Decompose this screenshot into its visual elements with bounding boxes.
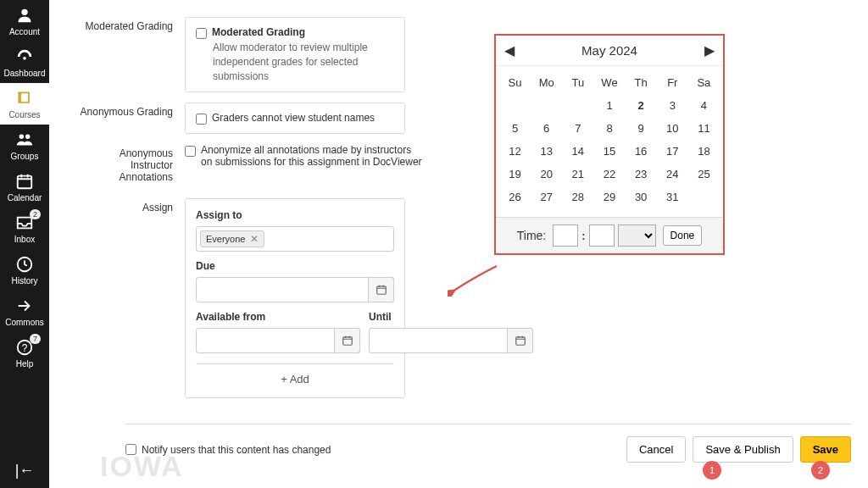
calendar-day-cell[interactable]: 6 bbox=[531, 117, 562, 140]
time-ampm-select[interactable] bbox=[618, 225, 656, 247]
calendar-day-cell[interactable]: 8 bbox=[593, 117, 625, 140]
calendar-popup: ◀ May 2024 ▶ SuMoTuWeThFrSa1234567891011… bbox=[494, 34, 725, 255]
anonymous-annotations-check-label: Anonymize all annotations made by instru… bbox=[201, 144, 422, 168]
calendar-day-cell[interactable]: 29 bbox=[593, 186, 625, 208]
calendar-next-icon[interactable]: ▶ bbox=[704, 42, 715, 58]
nav-dashboard[interactable]: Dashboard bbox=[0, 42, 49, 83]
until-input[interactable] bbox=[369, 328, 508, 353]
calendar-day-cell bbox=[688, 186, 720, 208]
due-date-calendar-button[interactable] bbox=[369, 277, 394, 302]
calendar-day-cell[interactable]: 2 bbox=[626, 94, 657, 117]
calendar-day-head: Sa bbox=[688, 71, 720, 94]
calendar-icon bbox=[376, 284, 387, 296]
history-icon bbox=[14, 254, 35, 274]
callout-badge-2: 2 bbox=[811, 461, 830, 480]
cancel-button[interactable]: Cancel bbox=[626, 436, 686, 463]
calendar-day-cell[interactable]: 18 bbox=[688, 140, 720, 163]
nav-account[interactable]: Account bbox=[0, 0, 49, 42]
calendar-day-head: Tu bbox=[562, 71, 593, 94]
add-assign-button[interactable]: + Add bbox=[196, 363, 394, 387]
nav-label: Dashboard bbox=[4, 69, 46, 78]
assign-to-input[interactable]: Everyone ✕ bbox=[196, 226, 394, 252]
calendar-day-cell[interactable]: 31 bbox=[657, 186, 688, 208]
nav-inbox[interactable]: 2 Inbox bbox=[0, 208, 49, 249]
calendar-day-cell[interactable]: 25 bbox=[688, 163, 720, 186]
anonymous-annotations-checkbox[interactable] bbox=[185, 146, 196, 157]
calendar-day-cell[interactable]: 22 bbox=[593, 163, 625, 186]
svg-rect-10 bbox=[515, 337, 525, 345]
calendar-day-cell[interactable]: 26 bbox=[499, 186, 531, 208]
groups-icon bbox=[14, 130, 35, 150]
available-from-input[interactable] bbox=[196, 328, 335, 353]
calendar-day-cell[interactable]: 14 bbox=[562, 140, 593, 163]
svg-rect-8 bbox=[376, 286, 386, 294]
calendar-day-cell[interactable]: 1 bbox=[593, 94, 625, 117]
save-publish-button[interactable]: Save & Publish bbox=[693, 436, 793, 463]
calendar-month-title: May 2024 bbox=[581, 43, 637, 58]
svg-rect-9 bbox=[342, 337, 352, 345]
nav-groups[interactable]: Groups bbox=[0, 125, 49, 166]
due-label: Due bbox=[196, 260, 394, 272]
nav-label: Account bbox=[9, 27, 40, 36]
calendar-day-cell[interactable]: 30 bbox=[626, 186, 657, 208]
calendar-day-cell[interactable]: 3 bbox=[657, 94, 688, 117]
nav-commons[interactable]: Commons bbox=[0, 291, 49, 332]
calendar-time-row: Time: : Done bbox=[496, 217, 723, 253]
calendar-day-cell[interactable]: 24 bbox=[657, 163, 688, 186]
calendar-day-cell[interactable]: 10 bbox=[657, 117, 688, 140]
calendar-day-cell bbox=[531, 94, 562, 117]
anonymous-grading-checkbox[interactable] bbox=[196, 114, 207, 125]
svg-rect-4 bbox=[18, 176, 32, 189]
nav-label: Commons bbox=[5, 318, 44, 327]
nav-courses[interactable]: Courses bbox=[0, 83, 49, 125]
calendar-day-head: Th bbox=[626, 71, 657, 94]
calendar-day-cell[interactable]: 23 bbox=[626, 163, 657, 186]
save-button[interactable]: Save bbox=[800, 436, 851, 463]
calendar-day-cell[interactable]: 21 bbox=[562, 163, 593, 186]
nav-help[interactable]: 7 ? Help bbox=[0, 332, 49, 374]
calendar-day-head: Fr bbox=[657, 71, 688, 94]
available-from-calendar-button[interactable] bbox=[335, 328, 360, 353]
footer: Notify users that this content has chang… bbox=[125, 424, 851, 463]
calendar-day-cell[interactable]: 19 bbox=[499, 163, 531, 186]
courses-icon bbox=[14, 88, 35, 108]
calendar-day-cell[interactable]: 15 bbox=[593, 140, 625, 163]
anonymous-annotations-label: Anonymous Instructor Annotations bbox=[75, 144, 185, 183]
calendar-day-cell[interactable]: 5 bbox=[499, 117, 531, 140]
calendar-day-cell[interactable]: 12 bbox=[499, 140, 531, 163]
help-badge: 7 bbox=[30, 334, 41, 344]
calendar-day-cell[interactable]: 7 bbox=[562, 117, 593, 140]
calendar-day-head: We bbox=[593, 71, 625, 94]
calendar-day-cell[interactable]: 16 bbox=[626, 140, 657, 163]
commons-icon bbox=[14, 296, 35, 316]
calendar-prev-icon[interactable]: ◀ bbox=[504, 42, 515, 58]
time-hour-input[interactable] bbox=[553, 225, 578, 247]
calendar-day-cell bbox=[562, 94, 593, 117]
account-icon bbox=[14, 5, 35, 25]
nav-calendar[interactable]: Calendar bbox=[0, 166, 49, 208]
time-minute-input[interactable] bbox=[589, 225, 615, 247]
calendar-day-cell[interactable]: 28 bbox=[562, 186, 593, 208]
moderated-grading-check-label: Moderated Grading bbox=[212, 26, 305, 38]
collapse-nav-icon[interactable]: |← bbox=[0, 453, 49, 488]
calendar-day-cell[interactable]: 13 bbox=[531, 140, 562, 163]
calendar-done-button[interactable]: Done bbox=[663, 225, 703, 246]
svg-point-2 bbox=[19, 135, 24, 140]
until-calendar-button[interactable] bbox=[508, 328, 533, 353]
due-date-input[interactable] bbox=[196, 277, 369, 302]
calendar-day-cell[interactable]: 17 bbox=[657, 140, 688, 163]
calendar-day-cell[interactable]: 4 bbox=[688, 94, 720, 117]
available-from-label: Available from bbox=[196, 311, 360, 323]
nav-label: Calendar bbox=[8, 193, 42, 202]
calendar-day-cell[interactable]: 20 bbox=[531, 163, 562, 186]
calendar-day-cell[interactable]: 11 bbox=[688, 117, 720, 140]
anonymous-grading-check-label: Graders cannot view student names bbox=[212, 112, 375, 124]
moderated-grading-checkbox[interactable] bbox=[196, 28, 207, 39]
calendar-day-cell[interactable]: 9 bbox=[626, 117, 657, 140]
remove-tag-icon[interactable]: ✕ bbox=[250, 233, 259, 245]
svg-text:?: ? bbox=[22, 342, 28, 354]
inbox-badge: 2 bbox=[30, 209, 41, 219]
nav-history[interactable]: History bbox=[0, 249, 49, 291]
calendar-day-cell[interactable]: 27 bbox=[531, 186, 562, 208]
nav-label: Help bbox=[16, 359, 34, 369]
